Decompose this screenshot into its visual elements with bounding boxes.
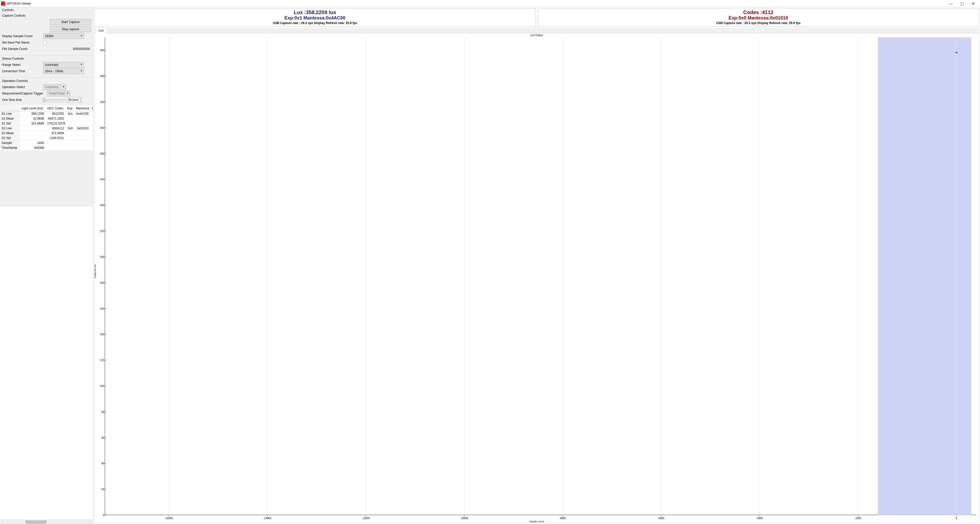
device-controls-group: Device Controls Range Select Automatic C…: [0, 56, 93, 77]
stats-horizontal-scrollbar[interactable]: ‹ ›: [0, 520, 93, 524]
cell: [74, 131, 90, 136]
x-tick-label: -6000: [658, 517, 664, 520]
cell: [90, 146, 93, 150]
cell: [90, 136, 93, 141]
cell: 0612352: [46, 111, 65, 116]
stats-header: ADC Codes: [46, 105, 65, 111]
row-name: Sample: [0, 141, 20, 146]
operation-select[interactable]: Continous: [43, 84, 66, 90]
cell: 54471.1502: [46, 116, 65, 121]
table-row: S1 Live358.225906123520x10x4AC00: [0, 111, 93, 116]
cell: 0x4AC00: [74, 111, 90, 116]
scroll-left-icon[interactable]: ‹: [0, 520, 4, 524]
cell: [46, 141, 65, 146]
lux-chart[interactable]: Lux Output Output in Lux Sample Count -1…: [94, 33, 979, 523]
y-tick-label: 120: [97, 359, 104, 362]
cell: [65, 141, 74, 146]
cell: [90, 141, 93, 146]
grid-vertical: [267, 37, 267, 515]
cell: 0x638d: [20, 146, 46, 150]
cell: [46, 146, 65, 150]
conversion-time-label: Conversion Time: [2, 70, 43, 73]
y-tick-label: 60: [97, 436, 104, 439]
row-name: S1 Live: [0, 111, 20, 116]
lux-value: Lux :358.2259 lux: [95, 10, 535, 15]
y-tick-label: 80: [97, 410, 104, 413]
y-tick-label: 240: [97, 204, 104, 207]
cell: 0004112: [46, 126, 65, 131]
stats-table: Light Level (lux)ADC CodesExpMantessaC S…: [0, 105, 93, 520]
x-tick-label: -4000: [756, 517, 763, 520]
chart-highlight-region: [878, 37, 971, 515]
cell: [65, 121, 74, 126]
trigger-select[interactable]: None/Timer: [47, 91, 70, 96]
file-sample-count-label: File Sample Count: [2, 47, 43, 51]
lux-exp-mantessa: Exp:0x1 Mantessa:0x4AC00: [95, 15, 535, 21]
capture-controls-title: Capture Controls: [2, 14, 91, 17]
display-sample-count-select[interactable]: 16384: [43, 33, 84, 39]
row-name: S1 Std: [0, 121, 20, 126]
start-capture-button[interactable]: Start Capture: [50, 19, 91, 25]
table-row: S2 Live00041120x00x01010: [0, 126, 93, 131]
scroll-right-icon[interactable]: ›: [89, 520, 93, 524]
scroll-thumb[interactable]: [25, 521, 46, 524]
set-save-file-checkbox[interactable]: [43, 41, 47, 44]
one-shot-down-icon[interactable]: ▾: [79, 100, 82, 102]
stop-capture-button[interactable]: Stop capture: [50, 26, 91, 32]
cell: 358.2259: [20, 111, 46, 116]
operation-select-label: Operation Select: [2, 85, 43, 89]
y-tick-label: 200: [97, 255, 104, 258]
cell: [90, 121, 93, 126]
cell: [65, 136, 74, 141]
chart-title: Lux Output: [95, 34, 979, 37]
range-select[interactable]: Automatic: [43, 62, 84, 68]
grid-vertical: [366, 37, 366, 515]
table-row: S2 Std1190.5311: [0, 136, 93, 141]
cell: [20, 131, 46, 136]
cell: [74, 141, 90, 146]
tab-lux[interactable]: Lux: [95, 28, 107, 33]
operation-controls-title: Operation Controls: [2, 79, 91, 83]
one-shot-value-spinner[interactable]: 29.0ms ▴▾: [68, 97, 82, 103]
cell: [90, 111, 93, 116]
app-icon: [1, 2, 5, 6]
table-row: S1 Mean31.865654471.1502: [0, 116, 93, 121]
y-tick-label: 40: [97, 462, 104, 465]
chart-y-label: Output in Lux: [94, 264, 96, 278]
y-tick-label: 320: [97, 101, 104, 103]
one-shot-up-icon[interactable]: ▴: [79, 97, 82, 100]
y-tick-label: 360: [97, 49, 104, 52]
cell: [74, 136, 90, 141]
cell: [90, 116, 93, 121]
cell: [20, 136, 46, 141]
x-tick-label: -2000: [855, 517, 861, 520]
y-tick-label: 280: [97, 152, 104, 155]
codes-rate: USB Capture rate : 26.3 sps Display Refr…: [539, 21, 978, 25]
window-title: OPT4XXX Viewer: [7, 2, 31, 5]
stats-header-corner: [0, 105, 20, 111]
cell: [90, 126, 93, 131]
y-tick-label: 140: [97, 333, 104, 336]
row-name: TimeStamp: [0, 146, 20, 150]
close-button[interactable]: ✕: [968, 0, 979, 7]
cell: [65, 116, 74, 121]
one-shot-slider[interactable]: [43, 99, 66, 100]
cell: 0x1: [65, 111, 74, 116]
capture-controls-group: Capture Controls Start Capture Stop capt…: [0, 13, 93, 54]
maximize-button[interactable]: ▢: [956, 0, 968, 7]
range-select-value: Automatic: [45, 63, 59, 67]
minimize-button[interactable]: —: [945, 0, 956, 7]
codes-value: Codes :4112: [539, 10, 978, 15]
row-name: S2 Std: [0, 136, 20, 141]
y-tick-label: 220: [97, 230, 104, 233]
cell: [74, 146, 90, 150]
cell: 372.4054: [46, 131, 65, 136]
lux-rate: USB Capture rate : 26.3 sps Display Refr…: [95, 21, 535, 25]
x-tick-label: -14000: [263, 517, 271, 520]
chart-x-label: Sample Count: [95, 520, 979, 523]
conversion-time-select[interactable]: 25ms - 15bits: [43, 68, 84, 74]
title-bar: OPT4XXX Viewer — ▢ ✕: [0, 0, 980, 7]
cell: 0x93: [20, 141, 46, 146]
cell: 0x01010: [74, 126, 90, 131]
stats-header: Exp: [65, 105, 74, 111]
